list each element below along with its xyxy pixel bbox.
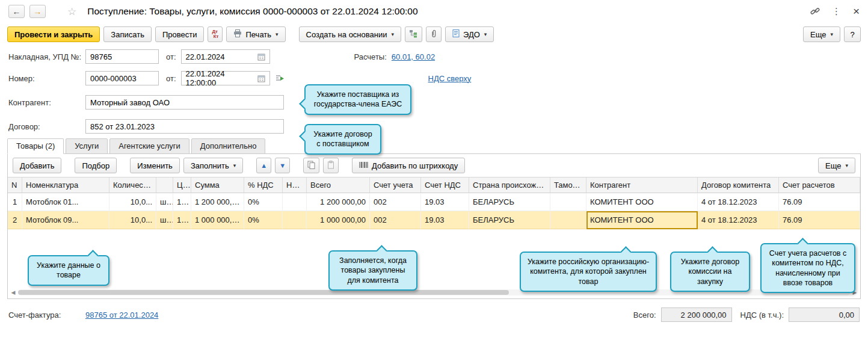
- create-on-basis-button[interactable]: Создать на основании▾: [299, 26, 401, 42]
- move-row-up-button[interactable]: ▲: [256, 158, 271, 173]
- cell-price[interactable]: 10...: [173, 211, 191, 229]
- column-header-vat-account[interactable]: Счет НДС: [421, 177, 469, 193]
- column-header-country[interactable]: Страна происхождения: [469, 177, 550, 193]
- cell-vat[interactable]: [283, 211, 307, 229]
- cell-settlement-account[interactable]: 76.09: [779, 211, 860, 229]
- paste-row-button[interactable]: [323, 158, 339, 173]
- pick-button[interactable]: Подбор: [75, 158, 117, 173]
- post-and-close-button[interactable]: Провести и закрыть: [7, 26, 100, 42]
- add-row-button[interactable]: Добавить: [13, 158, 61, 173]
- edit-label: Изменить: [137, 161, 173, 170]
- column-header-account[interactable]: Счет учета: [370, 177, 421, 193]
- cell-nomenclature[interactable]: Мотоблок 01...: [22, 193, 109, 211]
- column-header-sum[interactable]: Сумма: [191, 177, 244, 193]
- cell-total[interactable]: 1 200 000,00: [307, 193, 370, 211]
- fill-list-icon[interactable]: [275, 74, 285, 82]
- cell-counterparty-focused[interactable]: КОМИТЕНТ ООО: [586, 211, 698, 229]
- edo-button[interactable]: ЭДО▾: [445, 26, 494, 42]
- favorite-star-icon[interactable]: ☆: [67, 5, 76, 18]
- cell-committent-contract[interactable]: 4 от 18.12.2023: [698, 211, 779, 229]
- column-header-price[interactable]: Цена: [173, 177, 191, 193]
- column-header-customs[interactable]: Тамож...: [550, 177, 586, 193]
- cell-country[interactable]: БЕЛАРУСЬ: [469, 211, 550, 229]
- scroll-left-icon[interactable]: ◀: [10, 289, 17, 295]
- write-button[interactable]: Записать: [103, 26, 152, 42]
- cell-customs[interactable]: [550, 193, 586, 211]
- edit-button[interactable]: Изменить: [130, 158, 180, 173]
- column-header-counterparty[interactable]: Контрагент: [586, 177, 698, 193]
- more-menu-icon[interactable]: ⋮: [832, 6, 841, 17]
- column-header-committent-contract[interactable]: Договор комитента: [698, 177, 779, 193]
- cell-total[interactable]: 1 000 000,00: [307, 211, 370, 229]
- paste-icon: [327, 161, 334, 171]
- column-header-vat[interactable]: НДС: [283, 177, 307, 193]
- calendar-icon[interactable]: [257, 53, 265, 61]
- fill-button[interactable]: Заполнить▾: [183, 158, 243, 173]
- invoice-date-input[interactable]: 22.01.2024: [181, 49, 270, 64]
- callout-russian-org: Укажите российскую организацию-комитента…: [520, 252, 657, 292]
- settlements-accounts-link[interactable]: 60.01, 60.02: [392, 52, 435, 61]
- dt-kt-postings-button[interactable]: Дт Кт: [208, 26, 223, 42]
- tab-services[interactable]: Услуги: [66, 138, 108, 154]
- vat-mode-link[interactable]: НДС сверху: [428, 74, 472, 83]
- print-button[interactable]: Печать▾: [226, 26, 285, 42]
- post-button[interactable]: Провести: [155, 26, 205, 42]
- back-button[interactable]: ←: [8, 5, 25, 18]
- counterparty-input[interactable]: Моторный завод ОАО: [85, 95, 284, 110]
- scrollbar-thumb[interactable]: [18, 290, 509, 295]
- cell-settlement-account[interactable]: 76.09: [779, 193, 860, 211]
- doc-date-input[interactable]: 22.01.2024 12:00:00: [181, 71, 270, 85]
- cell-committent-contract[interactable]: 4 от 18.12.2023: [698, 193, 779, 211]
- column-header-unit[interactable]: [156, 177, 173, 193]
- column-header-nomenclature[interactable]: Номенклатура: [22, 177, 109, 193]
- column-header-vat-rate[interactable]: % НДС: [244, 177, 283, 193]
- column-header-quantity[interactable]: Количество: [109, 177, 156, 193]
- invoice-date-value: 22.01.2024: [186, 52, 225, 61]
- forward-button[interactable]: →: [29, 5, 46, 18]
- column-header-total[interactable]: Всего: [307, 177, 370, 193]
- column-header-settlement-account[interactable]: Счет расчетов: [779, 177, 860, 193]
- cell-counterparty[interactable]: КОМИТЕНТ ООО: [586, 193, 698, 211]
- cell-unit[interactable]: шт: [156, 193, 173, 211]
- calendar-icon[interactable]: [257, 75, 265, 82]
- more-button[interactable]: Еще▾: [803, 26, 840, 42]
- cell-n[interactable]: 1: [8, 193, 22, 211]
- tab-additional[interactable]: Дополнительно: [191, 138, 266, 154]
- callout-committent-fill: Заполняется, когда товары закуплены для …: [328, 250, 417, 291]
- tab-goods[interactable]: Товары (2): [7, 138, 64, 154]
- cell-vat-rate[interactable]: 0%: [244, 211, 283, 229]
- help-button[interactable]: ?: [844, 26, 861, 42]
- cell-country[interactable]: БЕЛАРУСЬ: [469, 193, 550, 211]
- cell-quantity[interactable]: 10,0...: [109, 211, 156, 229]
- tab-agent-services[interactable]: Агентские услуги: [109, 138, 189, 154]
- get-link-icon[interactable]: [810, 7, 820, 16]
- structure-of-subordination-button[interactable]: [405, 26, 422, 42]
- invoice-number-input[interactable]: 98765: [85, 49, 159, 64]
- cell-unit[interactable]: шт: [156, 211, 173, 229]
- cell-vat-account[interactable]: 19.03: [421, 193, 469, 211]
- attachments-button[interactable]: [426, 26, 442, 42]
- grid-more-button[interactable]: Еще▾: [818, 158, 855, 173]
- doc-number-input[interactable]: 0000-000003: [85, 71, 159, 85]
- copy-row-button[interactable]: [303, 158, 319, 173]
- cell-price[interactable]: 12...: [173, 193, 191, 211]
- contract-input[interactable]: 852 от 23.01.2023: [85, 119, 284, 134]
- cell-customs[interactable]: [550, 211, 586, 229]
- close-icon[interactable]: ×: [853, 5, 860, 18]
- cell-vat-account[interactable]: 19.03: [421, 211, 469, 229]
- write-label: Записать: [111, 30, 144, 39]
- cell-quantity[interactable]: 10,0...: [109, 193, 156, 211]
- barcode-icon: [359, 161, 368, 170]
- cell-vat[interactable]: [283, 193, 307, 211]
- cell-sum[interactable]: 1 000 000,00: [191, 211, 244, 229]
- cell-nomenclature[interactable]: Мотоблок 09...: [22, 211, 109, 229]
- column-header-n[interactable]: N: [8, 177, 22, 193]
- invoice-facture-link[interactable]: 98765 от 22.01.2024: [85, 310, 158, 320]
- cell-account[interactable]: 002: [370, 193, 421, 211]
- move-row-down-button[interactable]: ▼: [275, 158, 290, 173]
- cell-vat-rate[interactable]: 0%: [244, 193, 283, 211]
- add-by-barcode-button[interactable]: Добавить по штрихкоду: [352, 158, 465, 173]
- cell-n[interactable]: 2: [8, 211, 22, 229]
- cell-account[interactable]: 002: [370, 211, 421, 229]
- cell-sum[interactable]: 1 200 000,00: [191, 193, 244, 211]
